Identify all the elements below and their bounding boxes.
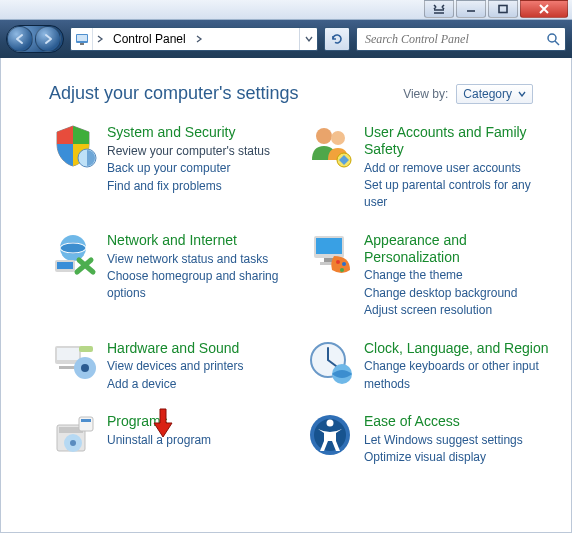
address-bar[interactable]: Control Panel <box>70 27 318 51</box>
refresh-icon <box>330 32 344 46</box>
chevron-right-icon[interactable] <box>192 28 206 50</box>
address-dropdown[interactable] <box>299 28 317 50</box>
close-button[interactable] <box>520 0 568 18</box>
category-title[interactable]: Ease of Access <box>364 413 553 430</box>
users-icon <box>306 122 354 170</box>
svg-point-6 <box>316 128 332 144</box>
view-by-value: Category <box>463 87 512 101</box>
forward-button[interactable] <box>35 26 61 52</box>
svg-point-4 <box>548 34 556 42</box>
svg-rect-33 <box>81 419 91 422</box>
minimize-button[interactable] <box>456 0 486 18</box>
svg-point-7 <box>331 131 345 145</box>
svg-point-36 <box>327 420 334 427</box>
task-devices-printers[interactable]: View devices and printers <box>107 358 296 375</box>
appearance-icon <box>306 230 354 278</box>
category-clock-language: Clock, Language, and Region Change keybo… <box>306 338 553 394</box>
hardware-icon <box>49 338 97 386</box>
search-icon[interactable] <box>545 32 561 46</box>
svg-rect-0 <box>499 6 507 13</box>
control-panel-icon <box>71 28 93 50</box>
back-button[interactable] <box>7 26 33 52</box>
svg-rect-14 <box>316 238 342 254</box>
task-find-fix[interactable]: Find and fix problems <box>107 178 296 195</box>
close-icon <box>538 4 550 14</box>
task-review-status[interactable]: Review your computer's status <box>107 143 296 160</box>
task-keyboards[interactable]: Change keyboards or other input methods <box>364 358 553 393</box>
search-input[interactable] <box>363 31 545 48</box>
task-parental-controls[interactable]: Set up parental controls for any user <box>364 177 553 212</box>
arrow-right-icon <box>42 33 54 45</box>
restore-icon <box>433 4 445 14</box>
task-uninstall-program[interactable]: Uninstall a program <box>107 432 296 449</box>
svg-rect-21 <box>57 348 79 360</box>
svg-point-31 <box>70 440 76 446</box>
task-change-theme[interactable]: Change the theme <box>364 267 553 284</box>
titlebar <box>0 0 572 20</box>
task-optimize-visual[interactable]: Optimize visual display <box>364 449 553 466</box>
chevron-down-icon <box>305 35 313 43</box>
refresh-button[interactable] <box>324 27 350 51</box>
breadcrumb-control-panel[interactable]: Control Panel <box>107 28 192 50</box>
category-network-internet: Network and Internet View network status… <box>49 230 296 320</box>
category-title[interactable]: Appearance and Personalization <box>364 232 553 266</box>
restore-button[interactable] <box>424 0 454 18</box>
task-backup[interactable]: Back up your computer <box>107 160 296 177</box>
chevron-right-icon[interactable] <box>93 28 107 50</box>
category-title[interactable]: User Accounts and Family Safety <box>364 124 553 158</box>
svg-rect-2 <box>77 35 87 41</box>
category-title[interactable]: System and Security <box>107 124 296 141</box>
svg-rect-12 <box>57 262 73 269</box>
view-by-label: View by: <box>403 87 448 101</box>
page-title: Adjust your computer's settings <box>49 83 299 104</box>
svg-rect-25 <box>79 346 93 352</box>
search-box[interactable] <box>356 27 566 51</box>
category-programs: Programs Uninstall a program <box>49 411 296 467</box>
maximize-button[interactable] <box>488 0 518 18</box>
task-network-status[interactable]: View network status and tasks <box>107 251 296 268</box>
view-by: View by: Category <box>403 84 533 104</box>
ease-of-access-icon <box>306 411 354 459</box>
svg-point-17 <box>336 260 340 264</box>
arrow-left-icon <box>14 33 26 45</box>
clock-icon <box>306 338 354 386</box>
category-title[interactable]: Hardware and Sound <box>107 340 296 357</box>
category-ease-of-access: Ease of Access Let Windows suggest setti… <box>306 411 553 467</box>
category-title[interactable]: Clock, Language, and Region <box>364 340 553 357</box>
svg-point-18 <box>342 262 346 266</box>
svg-rect-3 <box>80 43 84 45</box>
view-by-picker[interactable]: Category <box>456 84 533 104</box>
svg-point-19 <box>340 268 344 272</box>
category-system-security: System and Security Review your computer… <box>49 122 296 212</box>
task-add-remove-users[interactable]: Add or remove user accounts <box>364 160 553 177</box>
category-user-accounts: User Accounts and Family Safety Add or r… <box>306 122 553 212</box>
minimize-icon <box>465 4 477 14</box>
nav-buttons <box>6 25 64 53</box>
task-desktop-bg[interactable]: Change desktop background <box>364 285 553 302</box>
task-resolution[interactable]: Adjust screen resolution <box>364 302 553 319</box>
svg-point-24 <box>81 364 89 372</box>
page-header: Adjust your computer's settings View by:… <box>49 83 553 104</box>
network-icon <box>49 230 97 278</box>
navbar: Control Panel <box>0 20 572 58</box>
maximize-icon <box>497 4 509 14</box>
category-appearance: Appearance and Personalization Change th… <box>306 230 553 320</box>
task-let-windows-suggest[interactable]: Let Windows suggest settings <box>364 432 553 449</box>
work-area: Adjust your computer's settings View by:… <box>0 58 572 533</box>
chevron-down-icon <box>518 91 526 97</box>
category-hardware-sound: Hardware and Sound View devices and prin… <box>49 338 296 394</box>
category-title[interactable]: Network and Internet <box>107 232 296 249</box>
task-add-device[interactable]: Add a device <box>107 376 296 393</box>
shield-icon <box>49 122 97 170</box>
category-grid: System and Security Review your computer… <box>49 122 553 467</box>
task-homegroup[interactable]: Choose homegroup and sharing options <box>107 268 296 303</box>
programs-icon <box>49 411 97 459</box>
category-title[interactable]: Programs <box>107 413 296 430</box>
